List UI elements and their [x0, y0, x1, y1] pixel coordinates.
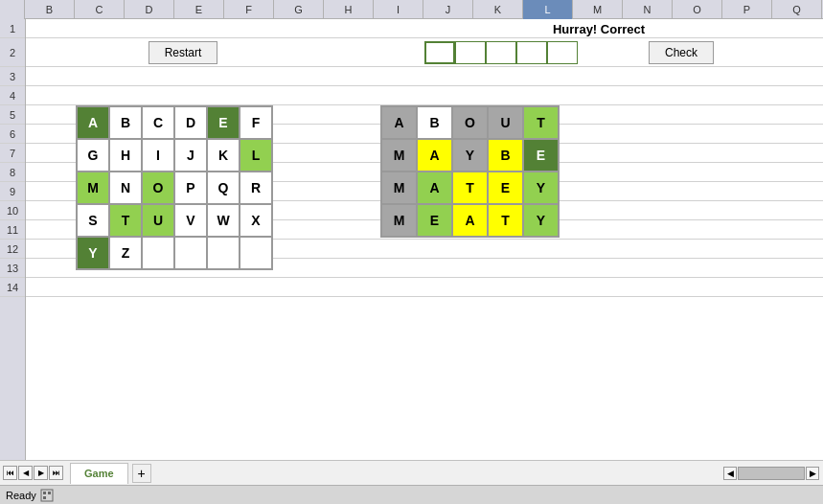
alpha-Z: Z	[109, 237, 142, 269]
alpha-O: O	[142, 172, 174, 204]
input-box-1[interactable]	[424, 41, 455, 64]
tab-next-btn[interactable]: ▶	[34, 466, 48, 480]
word-U1: U	[488, 106, 523, 139]
svg-rect-1	[43, 492, 46, 494]
word-Y2: Y	[452, 139, 488, 172]
word-A1: A	[381, 106, 417, 139]
alpha-T: T	[109, 204, 142, 237]
alpha-V: V	[174, 204, 207, 237]
check-button-container: Check	[624, 38, 739, 67]
row-num-1: 1	[0, 19, 25, 38]
alpha-H: H	[109, 139, 142, 172]
word-O1: O	[452, 106, 488, 139]
scroll-left-icon[interactable]: ◀	[723, 467, 737, 480]
alpha-J: J	[174, 139, 207, 172]
check-button[interactable]: Check	[649, 41, 714, 64]
alpha-C: C	[142, 106, 174, 139]
alpha-B: B	[109, 106, 142, 139]
restart-button-container: Restart	[126, 38, 240, 67]
alpha-S: S	[77, 204, 109, 237]
alpha-M: M	[77, 172, 109, 204]
alpha-empty2	[174, 237, 207, 269]
word-A2: A	[417, 139, 452, 172]
row-num-14: 14	[0, 278, 25, 297]
game-tab[interactable]: Game	[70, 463, 128, 484]
rows-area: 1 2 3 4 5 6 7 8 9 10 11 12 13 14	[0, 19, 823, 460]
col-header-D: D	[125, 0, 174, 19]
word-Y4: Y	[523, 204, 559, 237]
col-header-B: B	[25, 0, 75, 19]
word-A4: A	[452, 204, 488, 237]
tab-first-btn[interactable]: ⏮	[3, 466, 17, 480]
input-box-3[interactable]	[486, 41, 516, 64]
alpha-N: N	[109, 172, 142, 204]
alpha-empty3	[207, 237, 240, 269]
status-icon	[40, 488, 54, 501]
add-sheet-button[interactable]: +	[132, 464, 151, 483]
corner-cell	[0, 0, 25, 19]
status-text: Ready	[6, 490, 36, 501]
tab-bar: ⏮ ◀ ▶ ⏭ Game + ◀ ▶	[0, 460, 823, 485]
svg-rect-0	[41, 490, 53, 501]
alpha-G: G	[77, 139, 109, 172]
alpha-E: E	[207, 106, 240, 139]
cells-area: Hurray! Correct Restart Check	[26, 19, 823, 460]
col-header-F: F	[224, 0, 274, 19]
svg-rect-3	[43, 496, 46, 499]
row-num-7: 7	[0, 144, 25, 163]
row-num-6: 6	[0, 125, 25, 144]
scroll-arrows: ◀ ▶	[720, 467, 823, 480]
excel-app: B C D E F G H I J K L M N O P Q R S T U …	[0, 0, 823, 504]
alpha-A: A	[77, 106, 109, 139]
column-headers: B C D E F G H I J K L M N O P Q R S T U …	[0, 0, 823, 19]
alpha-D: D	[174, 106, 207, 139]
word-B1: B	[417, 106, 452, 139]
input-box-2[interactable]	[455, 41, 486, 64]
alpha-F: F	[240, 106, 272, 139]
alpha-Y: Y	[77, 237, 109, 269]
input-box-5[interactable]	[547, 41, 578, 64]
alpha-X: X	[240, 204, 272, 237]
word-T3: T	[452, 172, 488, 204]
alpha-L: L	[240, 139, 272, 172]
word-E2: E	[523, 139, 559, 172]
col-header-C: C	[75, 0, 125, 19]
status-bar: Ready	[0, 485, 823, 504]
tab-prev-btn[interactable]: ◀	[18, 466, 33, 480]
word-T1: T	[523, 106, 559, 139]
alpha-Q: Q	[207, 172, 240, 204]
word-M4: M	[381, 204, 417, 237]
row-num-12: 12	[0, 240, 25, 259]
col-header-J: J	[423, 0, 473, 19]
word-E4: E	[417, 204, 452, 237]
col-header-E: E	[174, 0, 224, 19]
col-header-N: N	[623, 0, 673, 19]
input-boxes	[424, 41, 578, 64]
alphabet-grid: A B C D E F G H I J K L M N O P Q R	[76, 105, 273, 270]
scroll-right-icon[interactable]: ▶	[806, 467, 819, 480]
col-header-M: M	[573, 0, 623, 19]
col-header-H: H	[324, 0, 374, 19]
word-E3: E	[488, 172, 523, 204]
hurray-text: Hurray! Correct	[474, 19, 723, 38]
alpha-U: U	[142, 204, 174, 237]
horizontal-scrollbar-thumb[interactable]	[738, 467, 805, 480]
word-grid: A B O U T M A Y B E M A T E Y M E A	[380, 105, 560, 238]
input-box-4[interactable]	[516, 41, 547, 64]
alpha-P: P	[174, 172, 207, 204]
col-header-G: G	[274, 0, 324, 19]
restart-button[interactable]: Restart	[149, 41, 218, 64]
row-num-8: 8	[0, 163, 25, 182]
row-num-5: 5	[0, 105, 25, 125]
row-num-3: 3	[0, 67, 25, 86]
col-header-P: P	[722, 0, 772, 19]
row-num-13: 13	[0, 259, 25, 278]
word-B2: B	[488, 139, 523, 172]
row-num-11: 11	[0, 220, 25, 240]
tab-last-btn[interactable]: ⏭	[49, 466, 63, 480]
svg-rect-2	[48, 492, 51, 494]
word-A3: A	[417, 172, 452, 204]
word-M3: M	[381, 172, 417, 204]
alpha-empty4	[240, 237, 272, 269]
tab-nav: ⏮ ◀ ▶ ⏭	[0, 466, 66, 480]
